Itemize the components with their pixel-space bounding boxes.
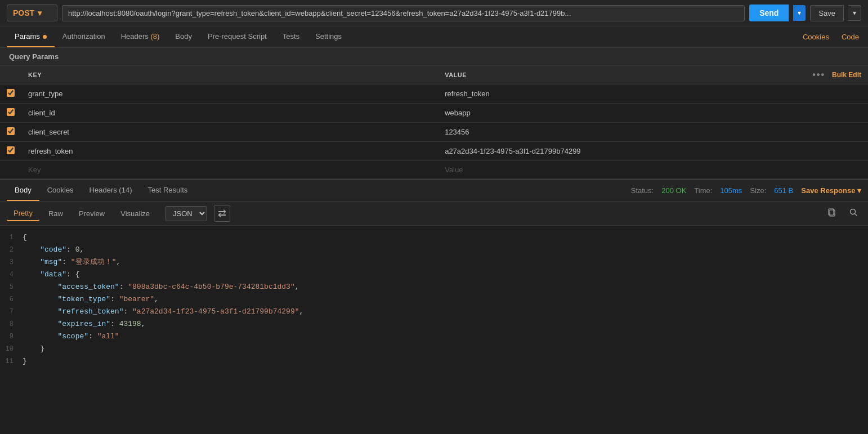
code-line: 8 "expires_in": 43198, bbox=[0, 318, 868, 330]
col-key-header: KEY bbox=[21, 66, 438, 84]
empty-key[interactable]: Key bbox=[21, 161, 438, 179]
time-label: Time: bbox=[694, 186, 712, 195]
param-actions-3 bbox=[741, 142, 868, 161]
param-checkbox-3[interactable] bbox=[7, 146, 15, 154]
param-actions-2 bbox=[741, 123, 868, 142]
param-key-3[interactable]: refresh_token bbox=[21, 142, 438, 161]
param-value-2[interactable]: 123456 bbox=[438, 123, 741, 142]
tab-body[interactable]: Body bbox=[167, 26, 200, 47]
param-value-1[interactable]: webapp bbox=[438, 104, 741, 123]
cookies-link[interactable]: Cookies bbox=[800, 27, 831, 47]
col-actions-header: ••• Bulk Edit bbox=[741, 66, 868, 84]
empty-value[interactable]: Value bbox=[438, 161, 741, 179]
col-value-header: VALUE bbox=[438, 66, 741, 84]
request-tabs: Params Authorization Headers (8) Body Pr… bbox=[0, 26, 868, 48]
code-line: 2 "code": 0, bbox=[0, 244, 868, 256]
method-label: POST bbox=[13, 8, 34, 17]
param-checkbox-cell-0[interactable] bbox=[0, 84, 21, 104]
param-actions-0 bbox=[741, 84, 868, 104]
code-line: 6 "token_type": "bearer", bbox=[0, 293, 868, 306]
response-tab-body[interactable]: Body bbox=[7, 180, 39, 201]
param-key-1[interactable]: client_id bbox=[21, 104, 438, 123]
param-key-0[interactable]: grant_type bbox=[21, 84, 438, 104]
tab-authorization[interactable]: Authorization bbox=[55, 26, 113, 47]
tabs-right-links: Cookies Code bbox=[800, 27, 861, 47]
tab-settings[interactable]: Settings bbox=[307, 26, 350, 47]
format-bar: Pretty Raw Preview Visualize JSON Text H… bbox=[0, 202, 868, 226]
tab-tests[interactable]: Tests bbox=[275, 26, 307, 47]
time-value: 105ms bbox=[720, 186, 742, 195]
param-checkbox-cell-2[interactable] bbox=[0, 123, 21, 142]
save-response-button[interactable]: Save Response ▾ bbox=[801, 186, 861, 195]
size-label: Size: bbox=[750, 186, 766, 195]
svg-line-3 bbox=[855, 214, 857, 216]
search-icon[interactable] bbox=[845, 206, 861, 221]
tab-headers[interactable]: Headers (8) bbox=[113, 26, 168, 47]
method-dropdown[interactable]: POST ▾ bbox=[7, 5, 57, 21]
format-tab-raw[interactable]: Raw bbox=[42, 207, 70, 221]
code-line: 11} bbox=[0, 355, 868, 368]
params-table: KEY VALUE ••• Bulk Edit grant_type refre… bbox=[0, 66, 868, 179]
empty-row: Key Value bbox=[0, 161, 868, 179]
status-label: Status: bbox=[631, 186, 654, 195]
send-button[interactable]: Send bbox=[749, 5, 789, 21]
save-dropdown-button[interactable]: ▾ bbox=[848, 5, 861, 21]
format-select[interactable]: JSON Text HTML bbox=[165, 206, 207, 221]
params-dot bbox=[43, 35, 47, 39]
url-input[interactable] bbox=[62, 5, 745, 21]
query-params-section-title: Query Params bbox=[0, 48, 868, 66]
code-line: 4 "data": { bbox=[0, 269, 868, 281]
table-row: refresh_token a27a2d34-1f23-4975-a3f1-d2… bbox=[0, 142, 868, 161]
url-bar: POST ▾ Send ▾ Save ▾ bbox=[0, 0, 868, 26]
param-checkbox-cell-1[interactable] bbox=[0, 104, 21, 123]
response-meta: Status: 200 OK Time: 105ms Size: 651 B S… bbox=[631, 186, 861, 195]
response-tab-cookies[interactable]: Cookies bbox=[39, 180, 82, 201]
param-actions-1 bbox=[741, 104, 868, 123]
tab-prerequest[interactable]: Pre-request Script bbox=[200, 26, 275, 47]
size-value: 651 B bbox=[774, 186, 793, 195]
save-button[interactable]: Save bbox=[810, 5, 844, 21]
response-code-area[interactable]: 1{2 "code": 0,3 "msg": "登录成功！",4 "data":… bbox=[0, 226, 868, 434]
method-chevron: ▾ bbox=[38, 8, 42, 17]
table-row: client_id webapp bbox=[0, 104, 868, 123]
tab-params[interactable]: Params bbox=[7, 26, 55, 47]
code-line: 10 } bbox=[0, 343, 868, 355]
copy-icon[interactable] bbox=[824, 206, 840, 221]
status-value: 200 OK bbox=[661, 186, 686, 195]
format-tab-pretty[interactable]: Pretty bbox=[7, 206, 39, 221]
wrap-icon[interactable]: ⇄ bbox=[214, 205, 230, 222]
param-checkbox-0[interactable] bbox=[7, 89, 15, 97]
format-tab-preview[interactable]: Preview bbox=[72, 207, 111, 221]
param-key-2[interactable]: client_secret bbox=[21, 123, 438, 142]
param-checkbox-cell-3[interactable] bbox=[0, 142, 21, 161]
code-line: 9 "scope": "all" bbox=[0, 330, 868, 343]
param-checkbox-2[interactable] bbox=[7, 127, 15, 135]
code-line: 5 "access_token": "808a3dbc-c64c-4b50-b7… bbox=[0, 281, 868, 293]
table-row: grant_type refresh_token bbox=[0, 84, 868, 104]
bulk-edit-button[interactable]: Bulk Edit bbox=[832, 71, 861, 79]
code-line: 3 "msg": "登录成功！", bbox=[0, 256, 868, 269]
response-tab-test-results[interactable]: Test Results bbox=[140, 180, 195, 201]
code-line: 7 "refresh_token": "a27a2d34-1f23-4975-a… bbox=[0, 306, 868, 318]
format-right-icons bbox=[824, 206, 861, 221]
param-value-0[interactable]: refresh_token bbox=[438, 84, 741, 104]
more-options-icon[interactable]: ••• bbox=[812, 70, 825, 80]
col-checkbox bbox=[0, 66, 21, 84]
code-link[interactable]: Code bbox=[839, 27, 861, 47]
send-dropdown-button[interactable]: ▾ bbox=[793, 5, 806, 21]
response-tab-headers[interactable]: Headers (14) bbox=[82, 180, 140, 201]
format-tab-visualize[interactable]: Visualize bbox=[114, 207, 156, 221]
response-tabs-bar: Body Cookies Headers (14) Test Results S… bbox=[0, 180, 868, 202]
param-checkbox-1[interactable] bbox=[7, 108, 15, 116]
code-line: 1{ bbox=[0, 231, 868, 244]
table-row: client_secret 123456 bbox=[0, 123, 868, 142]
param-value-3[interactable]: a27a2d34-1f23-4975-a3f1-d21799b74299 bbox=[438, 142, 741, 161]
